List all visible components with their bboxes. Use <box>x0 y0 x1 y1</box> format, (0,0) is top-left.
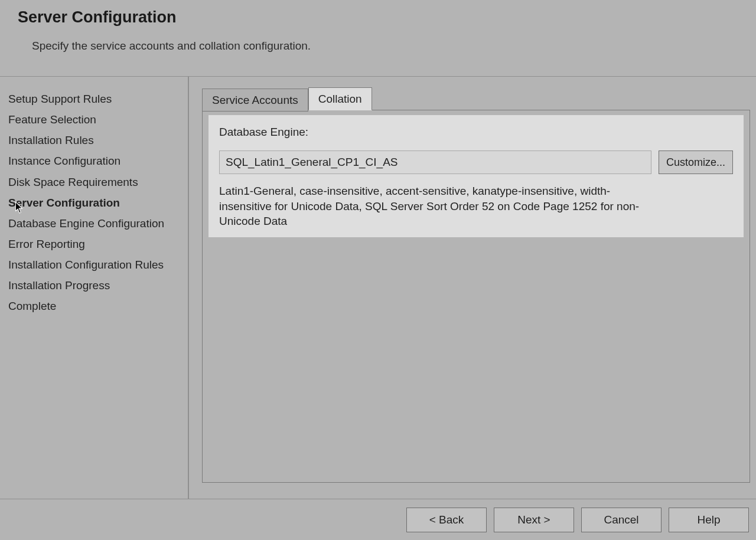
wizard-header: Server Configuration Specify the service… <box>0 0 756 77</box>
page-title: Server Configuration <box>18 8 738 27</box>
tab-service-accounts[interactable]: Service Accounts <box>202 89 308 112</box>
step-installation-progress[interactable]: Installation Progress <box>8 275 188 296</box>
step-setup-support-rules[interactable]: Setup Support Rules <box>8 89 188 109</box>
collation-description: Latin1-General, case-insensitive, accent… <box>219 184 644 229</box>
step-complete[interactable]: Complete <box>8 296 188 316</box>
wizard-footer: < Back Next > Cancel Help <box>0 499 756 540</box>
page-subtitle: Specify the service accounts and collati… <box>32 40 738 53</box>
wizard-main-panel: Service Accounts Collation Database Engi… <box>189 77 756 499</box>
cancel-button[interactable]: Cancel <box>581 508 662 532</box>
collation-value-field: SQL_Latin1_General_CP1_CI_AS <box>219 150 651 174</box>
collation-row: SQL_Latin1_General_CP1_CI_AS Customize..… <box>219 150 733 174</box>
step-installation-rules[interactable]: Installation Rules <box>8 130 188 150</box>
database-engine-group: Database Engine: SQL_Latin1_General_CP1_… <box>208 115 744 237</box>
next-button[interactable]: Next > <box>494 508 574 532</box>
step-database-engine-configuration[interactable]: Database Engine Configuration <box>8 213 188 234</box>
step-disk-space-requirements[interactable]: Disk Space Requirements <box>8 172 188 192</box>
step-server-configuration[interactable]: Server Configuration <box>8 192 188 213</box>
help-button[interactable]: Help <box>669 508 749 532</box>
wizard-body: Setup Support Rules Feature Selection In… <box>0 77 756 499</box>
step-instance-configuration[interactable]: Instance Configuration <box>8 150 188 171</box>
back-button[interactable]: < Back <box>406 508 487 532</box>
collation-tab-panel: Database Engine: SQL_Latin1_General_CP1_… <box>202 110 750 483</box>
step-installation-configuration-rules[interactable]: Installation Configuration Rules <box>8 254 188 275</box>
wizard-steps-sidebar: Setup Support Rules Feature Selection In… <box>0 77 189 499</box>
step-error-reporting[interactable]: Error Reporting <box>8 234 188 254</box>
database-engine-label: Database Engine: <box>219 126 733 139</box>
tab-collation[interactable]: Collation <box>308 87 372 110</box>
customize-button[interactable]: Customize... <box>659 150 733 174</box>
tab-strip: Service Accounts Collation <box>202 87 750 110</box>
step-feature-selection[interactable]: Feature Selection <box>8 109 188 130</box>
